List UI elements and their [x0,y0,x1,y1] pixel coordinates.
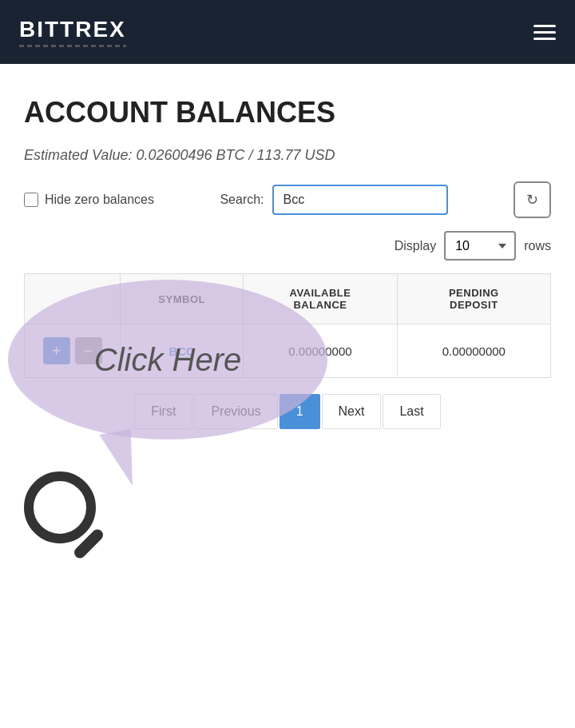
pagination-next[interactable]: Next [322,394,382,429]
pagination-first[interactable]: First [134,394,192,429]
display-label: Display [395,239,436,253]
site-header: BITTREX [0,0,575,64]
estimated-value: Estimated Value: 0.02600496 BTC / 113.77… [24,145,551,165]
th-available-balance: AVAILABLEBALANCE [244,274,397,324]
magnifier-icon [24,471,96,543]
hamburger-menu-button[interactable] [533,25,556,40]
hamburger-line-1 [533,25,556,27]
hide-zero-checkbox[interactable] [24,193,38,207]
table-header-row: SYMBOL AVAILABLEBALANCE PENDINGDEPOSIT [25,274,551,324]
page-title: ACCOUNT BALANCES [24,96,551,129]
magnifier-handle [72,527,105,561]
hamburger-line-2 [533,31,556,34]
withdraw-button[interactable]: − [75,337,102,364]
logo-text: BITTREX [19,17,126,42]
symbol-link[interactable]: BCC [169,344,195,358]
magnifier-circle [24,471,96,543]
logo: BITTREX [19,17,126,47]
td-available-balance: 0.00000000 [244,324,397,378]
refresh-button[interactable]: ↻ [514,181,551,218]
td-symbol: BCC [121,324,244,378]
table-row: + − BCC 0.00000000 0.00000000 [25,324,551,378]
display-select[interactable]: 10 25 50 100 [444,231,516,261]
hamburger-line-3 [533,38,556,40]
search-label: Search: [220,193,264,207]
display-row: Display 10 25 50 100 rows [24,231,551,261]
pagination-last[interactable]: Last [383,394,440,429]
action-buttons: + − [34,337,110,364]
hide-zero-text: Hide zero balances [45,193,154,207]
logo-underline [19,45,126,47]
th-pending-deposit: PENDINGDEPOSIT [397,274,550,324]
pagination-page-1[interactable]: 1 [280,394,320,429]
th-symbol: SYMBOL [121,274,244,324]
td-pending-deposit: 0.00000000 [397,324,550,378]
controls-row: Hide zero balances Search: ↻ [24,181,551,218]
refresh-icon: ↻ [526,192,538,208]
td-actions: + − [25,324,121,378]
pagination-previous[interactable]: Previous [194,394,277,429]
hide-zero-label[interactable]: Hide zero balances [24,193,154,207]
rows-label: rows [524,239,551,253]
deposit-button[interactable]: + [43,337,70,364]
search-container: Search: [220,185,447,215]
search-input[interactable] [272,185,448,215]
main-content: ACCOUNT BALANCES Estimated Value: 0.0260… [0,64,575,453]
balance-table: SYMBOL AVAILABLEBALANCE PENDINGDEPOSIT +… [24,273,551,378]
th-actions [25,274,121,324]
pagination: First Previous 1 Next Last [24,394,551,429]
